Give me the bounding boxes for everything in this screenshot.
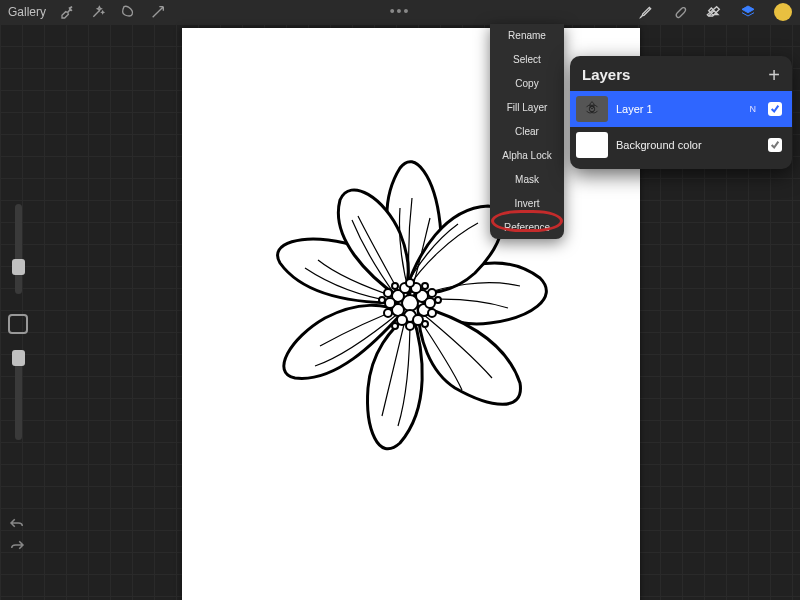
undo-button[interactable] — [8, 516, 26, 530]
menu-item-mask[interactable]: Mask — [490, 167, 564, 191]
svg-point-12 — [384, 289, 392, 297]
menu-item-clear[interactable]: Clear — [490, 119, 564, 143]
layer-visibility-checkbox[interactable] — [768, 102, 782, 116]
svg-point-6 — [385, 298, 395, 308]
svg-point-13 — [428, 289, 436, 297]
add-layer-button[interactable]: + — [768, 68, 780, 82]
svg-point-14 — [384, 309, 392, 317]
svg-point-10 — [397, 315, 407, 325]
menu-item-fill-layer[interactable]: Fill Layer — [490, 95, 564, 119]
brush-size-slider[interactable] — [15, 204, 22, 294]
layers-header: Layers + — [570, 56, 792, 91]
gallery-button[interactable]: Gallery — [8, 5, 46, 19]
layer-visibility-checkbox[interactable] — [768, 138, 782, 152]
menu-item-invert[interactable]: Invert — [490, 191, 564, 215]
svg-point-17 — [406, 322, 414, 330]
layer-context-menu: Rename Select Copy Fill Layer Clear Alph… — [490, 24, 564, 239]
menu-item-alpha-lock[interactable]: Alpha Lock — [490, 143, 564, 167]
toolbar-right — [638, 3, 792, 21]
svg-point-19 — [422, 283, 428, 289]
svg-point-18 — [392, 283, 398, 289]
eraser-icon[interactable] — [706, 4, 722, 20]
svg-point-7 — [425, 298, 435, 308]
layers-panel: Layers + Layer 1 N Background color — [570, 56, 792, 169]
menu-item-rename[interactable]: Rename — [490, 24, 564, 47]
slider-thumb[interactable] — [12, 259, 25, 275]
slider-thumb[interactable] — [12, 350, 25, 366]
left-sidebar — [6, 204, 30, 440]
move-icon[interactable] — [150, 4, 166, 20]
layer-row[interactable]: Background color — [570, 127, 792, 163]
layers-icon[interactable] — [740, 4, 756, 20]
menu-item-copy[interactable]: Copy — [490, 71, 564, 95]
color-swatch[interactable] — [774, 3, 792, 21]
layer-name: Layer 1 — [616, 103, 742, 115]
undo-redo-group — [8, 516, 26, 552]
layer-row[interactable]: Layer 1 N — [570, 91, 792, 127]
svg-point-16 — [406, 279, 414, 287]
modify-button[interactable] — [8, 314, 28, 334]
canvas-actions-button[interactable]: ••• — [390, 3, 411, 19]
brush-opacity-slider[interactable] — [15, 350, 22, 440]
svg-point-22 — [392, 323, 398, 329]
wand-icon[interactable] — [90, 4, 106, 20]
toolbar-left: Gallery — [8, 4, 166, 20]
wrench-icon[interactable] — [60, 4, 76, 20]
svg-point-21 — [435, 297, 441, 303]
layer-name: Background color — [616, 139, 760, 151]
svg-point-23 — [422, 321, 428, 327]
top-toolbar: Gallery ••• — [0, 0, 800, 24]
main-area: Rename Select Copy Fill Layer Clear Alph… — [0, 24, 800, 600]
brush-icon[interactable] — [638, 4, 654, 20]
smudge-icon[interactable] — [672, 4, 688, 20]
layers-title: Layers — [582, 66, 630, 83]
menu-item-reference[interactable]: Reference — [490, 215, 564, 239]
layer-thumbnail — [576, 96, 608, 122]
svg-point-20 — [379, 297, 385, 303]
layer-blend-badge: N — [750, 104, 757, 114]
menu-item-select[interactable]: Select — [490, 47, 564, 71]
svg-point-15 — [428, 309, 436, 317]
layer-thumbnail — [576, 132, 608, 158]
redo-button[interactable] — [8, 538, 26, 552]
selection-icon[interactable] — [120, 4, 136, 20]
